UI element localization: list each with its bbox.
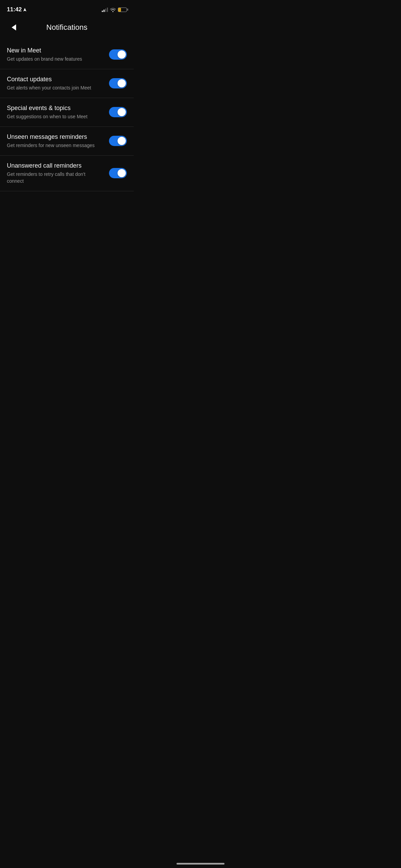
settings-item-title-special-events: Special events & topics bbox=[7, 104, 102, 112]
settings-item-desc-special-events: Get suggestions on when to use Meet bbox=[7, 113, 102, 120]
status-icons bbox=[102, 7, 127, 12]
toggle-special-events[interactable] bbox=[109, 107, 127, 117]
toggle-thumb-unseen-messages bbox=[118, 137, 126, 145]
clock: 11:42 bbox=[7, 6, 22, 13]
settings-item-desc-unseen-messages: Get reminders for new unseen messages bbox=[7, 142, 102, 149]
settings-item-title-unanswered-calls: Unanswered call reminders bbox=[7, 162, 102, 170]
settings-item-desc-unanswered-calls: Get reminders to retry calls that don't … bbox=[7, 171, 102, 184]
page-title: Notifications bbox=[46, 23, 87, 32]
header: Notifications bbox=[0, 17, 134, 40]
settings-item-text-special-events: Special events & topics Get suggestions … bbox=[7, 104, 109, 120]
settings-item-desc-contact-updates: Get alerts when your contacts join Meet bbox=[7, 85, 102, 92]
settings-item-text-new-in-meet: New in Meet Get updates on brand new fea… bbox=[7, 47, 109, 63]
toggle-track-special-events bbox=[109, 107, 127, 117]
toggle-new-in-meet[interactable] bbox=[109, 49, 127, 60]
settings-item-title-contact-updates: Contact updates bbox=[7, 75, 102, 83]
battery-icon bbox=[118, 8, 127, 12]
toggle-track-contact-updates bbox=[109, 78, 127, 88]
toggle-track-new-in-meet bbox=[109, 49, 127, 60]
signal-icon bbox=[102, 7, 108, 12]
settings-item-text-unanswered-calls: Unanswered call reminders Get reminders … bbox=[7, 162, 109, 185]
toggle-unanswered-calls[interactable] bbox=[109, 168, 127, 178]
back-chevron-icon bbox=[12, 24, 16, 31]
status-bar: 11:42 bbox=[0, 0, 134, 17]
settings-item-special-events: Special events & topics Get suggestions … bbox=[0, 98, 134, 127]
back-button[interactable] bbox=[7, 21, 19, 34]
toggle-track-unanswered-calls bbox=[109, 168, 127, 178]
toggle-thumb-contact-updates bbox=[118, 79, 126, 87]
settings-item-text-contact-updates: Contact updates Get alerts when your con… bbox=[7, 75, 109, 92]
settings-item-desc-new-in-meet: Get updates on brand new features bbox=[7, 56, 102, 63]
toggle-contact-updates[interactable] bbox=[109, 78, 127, 88]
toggle-unseen-messages[interactable] bbox=[109, 136, 127, 146]
settings-item-new-in-meet: New in Meet Get updates on brand new fea… bbox=[0, 40, 134, 69]
wifi-icon bbox=[110, 8, 116, 12]
toggle-thumb-new-in-meet bbox=[118, 50, 126, 59]
settings-item-title-new-in-meet: New in Meet bbox=[7, 47, 102, 55]
toggle-thumb-special-events bbox=[118, 108, 126, 116]
settings-item-text-unseen-messages: Unseen messages reminders Get reminders … bbox=[7, 133, 109, 149]
toggle-thumb-unanswered-calls bbox=[118, 169, 126, 177]
settings-list: New in Meet Get updates on brand new fea… bbox=[0, 40, 134, 191]
settings-item-title-unseen-messages: Unseen messages reminders bbox=[7, 133, 102, 141]
toggle-track-unseen-messages bbox=[109, 136, 127, 146]
settings-item-unseen-messages: Unseen messages reminders Get reminders … bbox=[0, 127, 134, 156]
status-time: 11:42 bbox=[7, 6, 27, 13]
settings-item-contact-updates: Contact updates Get alerts when your con… bbox=[0, 69, 134, 98]
location-arrow-icon bbox=[23, 8, 27, 12]
settings-item-unanswered-calls: Unanswered call reminders Get reminders … bbox=[0, 156, 134, 191]
